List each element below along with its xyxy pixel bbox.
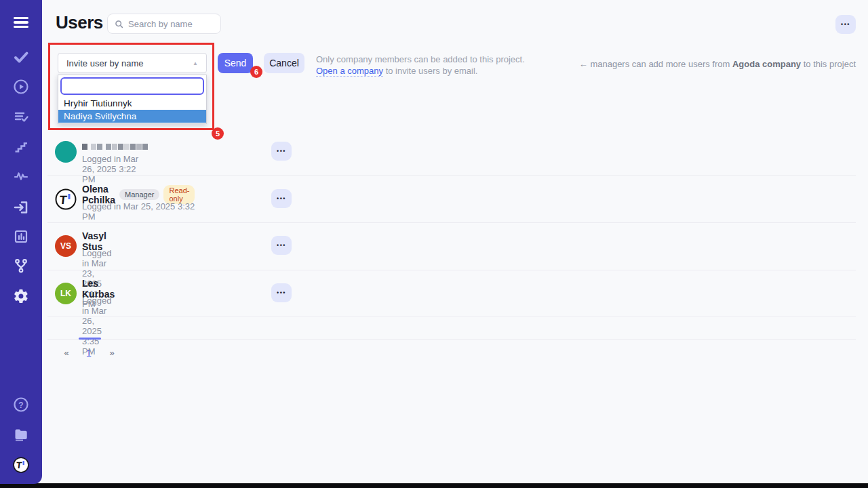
svg-text:?: ? (18, 401, 23, 410)
send-button[interactable]: Send (218, 53, 253, 73)
annotation-badge-5: 5 (212, 127, 224, 140)
row-more-button[interactable]: ••• (271, 236, 292, 255)
help-icon[interactable]: ? (13, 396, 29, 413)
branch-icon[interactable] (13, 258, 29, 274)
last-login: Logged in Mar 26, 2025 3:22 PM (82, 154, 148, 184)
pagination-page-1[interactable]: 1 (83, 348, 94, 359)
page-more-button[interactable]: ••• (835, 15, 856, 34)
folder-icon[interactable] (13, 426, 29, 443)
task-list-icon[interactable] (13, 108, 29, 125)
settings-icon[interactable] (13, 288, 29, 304)
open-company-link[interactable]: Open a company (316, 66, 383, 77)
row-more-button[interactable]: ••• (271, 283, 292, 302)
users-page: ? T Users ••• Invite user by name ▲ Hryh… (0, 0, 868, 488)
annotation-badge-6: 6 (250, 66, 262, 78)
invite-dropdown: Hryhir Tiutiunnyk Nadiya Svitlychna (58, 75, 207, 124)
sidebar: ? T (0, 0, 42, 484)
invite-user-select[interactable]: Invite user by name ▲ (58, 53, 207, 73)
row-divider (47, 270, 856, 270)
invite-note-line1: Only company members can be added to thi… (316, 54, 525, 64)
pagination-divider (47, 339, 856, 340)
sign-in-icon[interactable] (13, 199, 29, 216)
manager-badge: Manager (119, 189, 159, 200)
check-icon[interactable] (13, 49, 29, 65)
last-login: Logged in Mar 25, 2025 3:32 PM (82, 201, 195, 222)
avatar-logo: T (55, 188, 77, 210)
row-divider (47, 175, 856, 176)
invite-dropdown-search-input[interactable] (60, 77, 204, 95)
steps-icon[interactable] (13, 138, 29, 155)
menu-icon[interactable] (13, 14, 29, 30)
user-name-line: Olena Pchilka Manager Read-only (82, 188, 195, 200)
user-search[interactable] (107, 14, 221, 34)
avatar: VS (55, 235, 77, 257)
avatar: LK (55, 283, 77, 304)
bar-chart-icon[interactable] (13, 228, 29, 245)
svg-text:T: T (59, 193, 68, 207)
company-name: Agoda company (732, 59, 801, 69)
dropdown-option-selected[interactable]: Nadiya Svitlychna (58, 110, 206, 123)
app-logo[interactable]: T (13, 457, 29, 473)
pagination-prev[interactable]: « (61, 348, 72, 358)
row-divider (47, 222, 856, 223)
page-title: Users (56, 12, 103, 33)
row-divider (47, 317, 856, 317)
dropdown-option[interactable]: Hryhir Tiutiunnyk (58, 97, 206, 110)
row-more-button[interactable]: ••• (271, 189, 292, 208)
search-input[interactable] (128, 19, 210, 29)
redacted-name (82, 141, 148, 152)
invite-note: Only company members can be added to thi… (316, 54, 525, 77)
avatar (55, 141, 77, 163)
invite-note-rest: to invite users by email. (383, 66, 477, 76)
bottom-edge-bar (0, 483, 868, 488)
row-more-button[interactable]: ••• (271, 142, 292, 161)
cancel-button[interactable]: Cancel (264, 53, 304, 73)
pagination-active-indicator (79, 338, 101, 340)
activity-icon[interactable] (13, 168, 29, 184)
invite-select-label: Invite user by name (66, 58, 193, 68)
manager-note: ← managers can add more users from Agoda… (579, 59, 856, 69)
chevron-up-icon: ▲ (193, 60, 198, 66)
search-icon (115, 20, 123, 28)
pagination-next[interactable]: » (106, 348, 117, 358)
play-circle-icon[interactable] (13, 79, 29, 95)
